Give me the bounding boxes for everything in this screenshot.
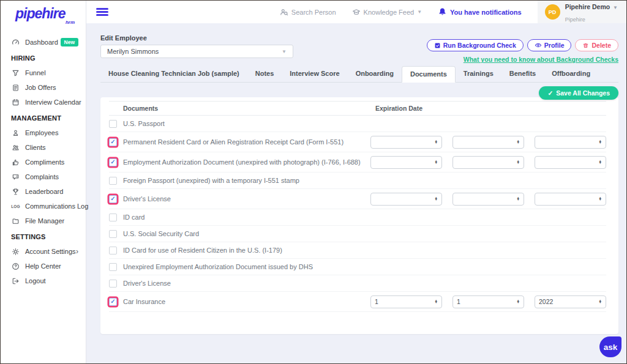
document-checkbox[interactable]: ✓	[109, 158, 117, 166]
tab-trainings[interactable]: Trainings	[456, 66, 501, 83]
save-all-changes-button[interactable]: ✓ Save All Changes	[539, 86, 618, 100]
sidebar-item-label: Logout	[25, 277, 46, 284]
sidebar-section-header: SETTINGS	[1, 228, 86, 244]
expiration-day-select[interactable]: ▲▼	[452, 156, 524, 169]
tab-house-cleaning-technician-job-sample-[interactable]: House Cleaning Technician Job (sample)	[100, 66, 247, 83]
select-arrows-icon: ▲▼	[517, 197, 520, 201]
expiration-year-select[interactable]: ▲▼	[535, 156, 606, 169]
sidebar-item-label: Job Offers	[25, 84, 56, 91]
document-label: U.S. Social Security Card	[123, 230, 199, 237]
documents-panel: Documents Expiration Date U.S. Passport …	[100, 97, 618, 334]
calendar-icon	[11, 98, 20, 107]
document-checkbox[interactable]	[109, 120, 117, 128]
sidebar-item-compliments[interactable]: Compliments	[1, 155, 86, 169]
sidebar-item-clients[interactable]: Clients	[1, 140, 86, 155]
expiration-selects: ▲▼▲▼▲▼	[370, 156, 606, 169]
knowledge-feed-button[interactable]: Knowledge Feed ▼	[352, 8, 422, 17]
document-label: Permanent Resident Card or Alien Registr…	[123, 138, 344, 146]
user-menu[interactable]: PD Pipehire Demo ▼ Pipehire	[538, 1, 626, 23]
user-org: Pipehire	[565, 17, 585, 23]
document-label: Employment Authorization Document (unexp…	[123, 158, 361, 166]
tab-onboarding[interactable]: Onboarding	[348, 66, 402, 83]
document-label: ID Card for use of Resident Citizen in t…	[123, 247, 282, 254]
sidebar-item-leaderboard[interactable]: Leaderboard	[1, 184, 86, 199]
chevron-right-icon: ›	[76, 248, 78, 255]
sidebar: pipehire hrm DashboardNewHIRINGFunnelJob…	[1, 1, 86, 363]
document-checkbox[interactable]: ✓	[109, 298, 117, 306]
document-checkbox[interactable]	[109, 247, 117, 254]
document-checkbox[interactable]	[109, 280, 117, 288]
document-checkbox[interactable]	[109, 177, 117, 185]
delete-button[interactable]: Delete	[575, 39, 618, 51]
document-label: ID card	[123, 214, 145, 221]
gear-icon	[11, 247, 20, 256]
expiration-month-select[interactable]: 1▲▼	[370, 295, 442, 308]
expiration-day-select[interactable]: ▲▼	[452, 193, 524, 206]
tab-bar: House Cleaning Technician Job (sample)No…	[100, 66, 618, 83]
employee-select[interactable]: Merilyn Simmons ▼	[100, 45, 293, 58]
hamburger-menu-icon[interactable]	[96, 6, 108, 17]
document-checkbox[interactable]	[109, 263, 117, 271]
table-header: Documents Expiration Date	[109, 101, 606, 116]
document-checkbox[interactable]: ✓	[109, 138, 117, 146]
sidebar-item-label: Help Center	[25, 262, 61, 270]
brand-logo[interactable]: pipehire hrm	[1, 1, 86, 26]
eye-icon	[535, 42, 542, 49]
expiration-day-select[interactable]: ▲▼	[452, 136, 524, 149]
sidebar-item-funnel[interactable]: Funnel	[1, 65, 86, 80]
sidebar-item-label: Interview Calendar	[25, 98, 81, 106]
sidebar-item-complaints[interactable]: Complaints	[1, 169, 86, 184]
ask-chat-button[interactable]: ask	[599, 336, 621, 357]
tab-offboarding[interactable]: Offboarding	[544, 66, 598, 83]
expiration-year-select[interactable]: 2022▲▼	[535, 295, 606, 308]
sidebar-item-account-settings[interactable]: Account Settings›	[1, 244, 86, 259]
sidebar-item-communications-log[interactable]: LOGCommunications Log	[1, 199, 86, 214]
log-icon: LOG	[11, 202, 20, 211]
sidebar-section-header: MANAGEMENT	[1, 110, 86, 125]
select-arrows-icon: ▲▼	[435, 140, 438, 144]
document-row: U.S. Social Security Card	[109, 226, 606, 242]
folder-icon	[11, 217, 20, 226]
document-row: ✓ Driver's License ▲▼▲▼▲▼	[109, 189, 606, 209]
document-row: Unexpired Employment Authorization Docum…	[109, 259, 606, 275]
background-checks-link[interactable]: What you need to know about Background C…	[464, 56, 618, 63]
profile-button[interactable]: Profile	[527, 39, 572, 51]
notifications-button[interactable]: You have notifications	[438, 7, 522, 17]
run-background-check-button[interactable]: Run Background Check	[427, 39, 524, 51]
sidebar-item-logout[interactable]: Logout	[1, 273, 86, 288]
tab-interview-score[interactable]: Interview Score	[282, 66, 347, 83]
document-label: Car Insurance	[123, 298, 165, 305]
search-person-button[interactable]: Search Person	[280, 8, 336, 17]
expiration-month-select[interactable]: ▲▼	[370, 193, 442, 206]
document-checkbox[interactable]	[109, 214, 117, 221]
select-value: 1	[375, 298, 378, 305]
document-checkbox[interactable]: ✓	[109, 195, 117, 203]
sidebar-item-file-manager[interactable]: File Manager	[1, 214, 86, 228]
chevron-down-icon: ▼	[613, 5, 618, 10]
expiration-month-select[interactable]: ▲▼	[370, 156, 442, 169]
tab-documents[interactable]: Documents	[402, 66, 456, 83]
sidebar-item-job-offers[interactable]: Job Offers	[1, 80, 86, 95]
help-icon	[11, 262, 20, 271]
select-arrows-icon: ▲▼	[517, 160, 520, 165]
expiration-year-select[interactable]: ▲▼	[535, 193, 606, 206]
search-person-icon	[280, 8, 288, 17]
sidebar-item-help-center[interactable]: Help Center	[1, 259, 86, 273]
trash-icon	[582, 42, 589, 49]
select-arrows-icon: ▲▼	[517, 140, 520, 144]
tab-notes[interactable]: Notes	[247, 66, 282, 83]
sidebar-item-dashboard[interactable]: DashboardNew	[1, 35, 86, 50]
expiration-year-select[interactable]: ▲▼	[535, 136, 606, 149]
sidebar-item-employees[interactable]: Employees	[1, 125, 86, 140]
tab-benefits[interactable]: Benefits	[501, 66, 544, 83]
job-offers-icon	[11, 83, 20, 92]
sidebar-item-label: Account Settings	[25, 248, 76, 255]
expiration-month-select[interactable]: ▲▼	[370, 136, 442, 149]
select-value: 1	[457, 298, 460, 305]
sidebar-item-label: Complaints	[25, 173, 59, 180]
expiration-day-select[interactable]: 1▲▼	[452, 295, 524, 308]
select-arrows-icon: ▲▼	[599, 160, 602, 165]
search-person-label: Search Person	[291, 9, 336, 16]
sidebar-item-interview-calendar[interactable]: Interview Calendar	[1, 95, 86, 110]
document-checkbox[interactable]	[109, 230, 117, 238]
